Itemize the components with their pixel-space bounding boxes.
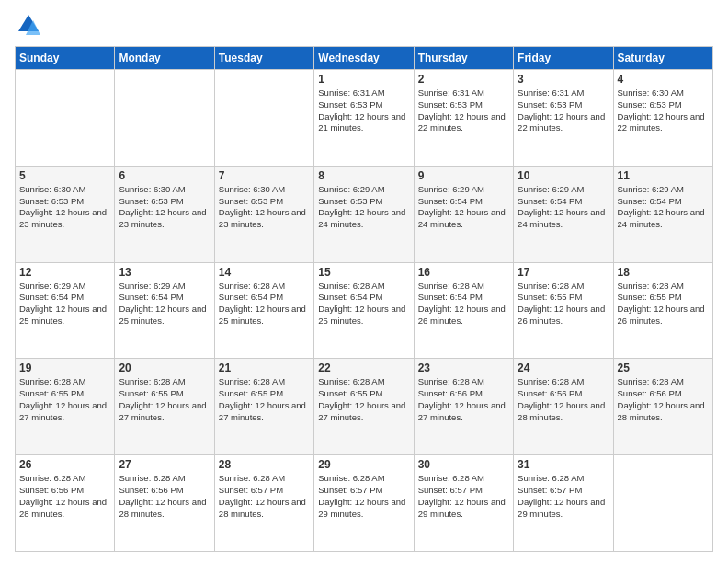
day-number: 27 bbox=[119, 458, 210, 471]
week-row-4: 19Sunrise: 6:28 AM Sunset: 6:55 PM Dayli… bbox=[16, 359, 713, 455]
day-cell: 4Sunrise: 6:30 AM Sunset: 6:53 PM Daylig… bbox=[613, 70, 712, 167]
day-number: 29 bbox=[318, 458, 409, 471]
week-row-5: 26Sunrise: 6:28 AM Sunset: 6:56 PM Dayli… bbox=[16, 455, 713, 552]
day-cell: 28Sunrise: 6:28 AM Sunset: 6:57 PM Dayli… bbox=[214, 455, 313, 552]
day-number: 4 bbox=[618, 73, 709, 86]
day-info: Sunrise: 6:28 AM Sunset: 6:57 PM Dayligh… bbox=[418, 473, 509, 520]
page: SundayMondayTuesdayWednesdayThursdayFrid… bbox=[0, 0, 728, 563]
day-cell bbox=[214, 70, 313, 167]
day-info: Sunrise: 6:29 AM Sunset: 6:54 PM Dayligh… bbox=[518, 184, 609, 231]
day-cell: 31Sunrise: 6:28 AM Sunset: 6:57 PM Dayli… bbox=[514, 455, 613, 552]
week-row-3: 12Sunrise: 6:29 AM Sunset: 6:54 PM Dayli… bbox=[16, 262, 713, 359]
day-cell: 26Sunrise: 6:28 AM Sunset: 6:56 PM Dayli… bbox=[16, 455, 115, 552]
day-cell: 18Sunrise: 6:28 AM Sunset: 6:55 PM Dayli… bbox=[613, 262, 712, 359]
day-number: 26 bbox=[19, 458, 110, 471]
day-cell: 25Sunrise: 6:28 AM Sunset: 6:56 PM Dayli… bbox=[613, 359, 712, 455]
day-number: 3 bbox=[518, 73, 609, 86]
day-info: Sunrise: 6:29 AM Sunset: 6:54 PM Dayligh… bbox=[19, 281, 110, 327]
day-cell: 14Sunrise: 6:28 AM Sunset: 6:54 PM Dayli… bbox=[214, 262, 313, 359]
day-cell: 11Sunrise: 6:29 AM Sunset: 6:54 PM Dayli… bbox=[613, 166, 712, 262]
day-cell: 17Sunrise: 6:28 AM Sunset: 6:55 PM Dayli… bbox=[514, 262, 613, 359]
day-number: 30 bbox=[418, 458, 509, 471]
day-number: 17 bbox=[518, 266, 609, 279]
day-cell: 2Sunrise: 6:31 AM Sunset: 6:53 PM Daylig… bbox=[414, 70, 513, 167]
day-number: 10 bbox=[518, 169, 609, 182]
day-info: Sunrise: 6:30 AM Sunset: 6:53 PM Dayligh… bbox=[19, 184, 110, 231]
day-info: Sunrise: 6:28 AM Sunset: 6:55 PM Dayligh… bbox=[19, 376, 110, 423]
day-info: Sunrise: 6:28 AM Sunset: 6:55 PM Dayligh… bbox=[318, 376, 409, 423]
day-cell: 22Sunrise: 6:28 AM Sunset: 6:55 PM Dayli… bbox=[314, 359, 414, 455]
day-info: Sunrise: 6:28 AM Sunset: 6:55 PM Dayligh… bbox=[219, 376, 310, 423]
day-header-tuesday: Tuesday bbox=[214, 47, 313, 70]
header bbox=[15, 11, 713, 39]
day-header-saturday: Saturday bbox=[613, 47, 712, 70]
day-info: Sunrise: 6:28 AM Sunset: 6:57 PM Dayligh… bbox=[219, 473, 310, 520]
day-cell: 29Sunrise: 6:28 AM Sunset: 6:57 PM Dayli… bbox=[314, 455, 414, 552]
day-number: 2 bbox=[418, 73, 509, 86]
day-cell: 12Sunrise: 6:29 AM Sunset: 6:54 PM Dayli… bbox=[16, 262, 115, 359]
day-number: 31 bbox=[518, 458, 609, 471]
day-cell: 9Sunrise: 6:29 AM Sunset: 6:54 PM Daylig… bbox=[414, 166, 513, 262]
day-number: 5 bbox=[19, 169, 110, 182]
day-number: 18 bbox=[618, 266, 709, 279]
day-info: Sunrise: 6:29 AM Sunset: 6:53 PM Dayligh… bbox=[318, 184, 409, 231]
day-cell bbox=[613, 455, 712, 552]
logo bbox=[15, 11, 46, 39]
days-header-row: SundayMondayTuesdayWednesdayThursdayFrid… bbox=[16, 47, 713, 70]
day-cell: 27Sunrise: 6:28 AM Sunset: 6:56 PM Dayli… bbox=[115, 455, 214, 552]
day-info: Sunrise: 6:28 AM Sunset: 6:56 PM Dayligh… bbox=[418, 376, 509, 423]
day-header-thursday: Thursday bbox=[414, 47, 513, 70]
logo-icon bbox=[15, 11, 42, 39]
day-number: 22 bbox=[318, 362, 409, 374]
day-cell: 24Sunrise: 6:28 AM Sunset: 6:56 PM Dayli… bbox=[514, 359, 613, 455]
day-header-monday: Monday bbox=[115, 47, 214, 70]
day-info: Sunrise: 6:28 AM Sunset: 6:55 PM Dayligh… bbox=[618, 281, 709, 327]
day-info: Sunrise: 6:28 AM Sunset: 6:56 PM Dayligh… bbox=[618, 376, 709, 423]
day-number: 24 bbox=[518, 362, 609, 374]
day-header-wednesday: Wednesday bbox=[314, 47, 414, 70]
day-info: Sunrise: 6:30 AM Sunset: 6:53 PM Dayligh… bbox=[119, 184, 210, 231]
day-cell: 15Sunrise: 6:28 AM Sunset: 6:54 PM Dayli… bbox=[314, 262, 414, 359]
day-number: 9 bbox=[418, 169, 509, 182]
day-header-sunday: Sunday bbox=[16, 47, 115, 70]
day-number: 1 bbox=[318, 73, 409, 86]
day-number: 16 bbox=[418, 266, 509, 279]
day-info: Sunrise: 6:31 AM Sunset: 6:53 PM Dayligh… bbox=[518, 87, 609, 134]
day-info: Sunrise: 6:28 AM Sunset: 6:56 PM Dayligh… bbox=[19, 473, 110, 520]
day-info: Sunrise: 6:28 AM Sunset: 6:56 PM Dayligh… bbox=[518, 376, 609, 423]
day-number: 25 bbox=[618, 362, 709, 374]
day-number: 8 bbox=[318, 169, 409, 182]
day-number: 11 bbox=[618, 169, 709, 182]
day-info: Sunrise: 6:30 AM Sunset: 6:53 PM Dayligh… bbox=[219, 184, 310, 231]
day-info: Sunrise: 6:28 AM Sunset: 6:56 PM Dayligh… bbox=[119, 473, 210, 520]
day-number: 28 bbox=[219, 458, 310, 471]
day-cell: 8Sunrise: 6:29 AM Sunset: 6:53 PM Daylig… bbox=[314, 166, 414, 262]
day-cell: 1Sunrise: 6:31 AM Sunset: 6:53 PM Daylig… bbox=[314, 70, 414, 167]
day-number: 20 bbox=[119, 362, 210, 374]
day-info: Sunrise: 6:28 AM Sunset: 6:55 PM Dayligh… bbox=[518, 281, 609, 327]
day-number: 15 bbox=[318, 266, 409, 279]
day-info: Sunrise: 6:29 AM Sunset: 6:54 PM Dayligh… bbox=[418, 184, 509, 231]
day-cell: 19Sunrise: 6:28 AM Sunset: 6:55 PM Dayli… bbox=[16, 359, 115, 455]
day-info: Sunrise: 6:28 AM Sunset: 6:55 PM Dayligh… bbox=[119, 376, 210, 423]
day-info: Sunrise: 6:28 AM Sunset: 6:54 PM Dayligh… bbox=[318, 281, 409, 327]
week-row-1: 1Sunrise: 6:31 AM Sunset: 6:53 PM Daylig… bbox=[16, 70, 713, 167]
calendar-table: SundayMondayTuesdayWednesdayThursdayFrid… bbox=[15, 46, 713, 552]
day-info: Sunrise: 6:30 AM Sunset: 6:53 PM Dayligh… bbox=[618, 87, 709, 134]
day-cell: 5Sunrise: 6:30 AM Sunset: 6:53 PM Daylig… bbox=[16, 166, 115, 262]
day-cell: 7Sunrise: 6:30 AM Sunset: 6:53 PM Daylig… bbox=[214, 166, 313, 262]
day-number: 7 bbox=[219, 169, 310, 182]
day-number: 12 bbox=[19, 266, 110, 279]
day-cell: 21Sunrise: 6:28 AM Sunset: 6:55 PM Dayli… bbox=[214, 359, 313, 455]
day-cell: 10Sunrise: 6:29 AM Sunset: 6:54 PM Dayli… bbox=[514, 166, 613, 262]
day-info: Sunrise: 6:29 AM Sunset: 6:54 PM Dayligh… bbox=[119, 281, 210, 327]
day-info: Sunrise: 6:28 AM Sunset: 6:54 PM Dayligh… bbox=[418, 281, 509, 327]
day-cell: 6Sunrise: 6:30 AM Sunset: 6:53 PM Daylig… bbox=[115, 166, 214, 262]
week-row-2: 5Sunrise: 6:30 AM Sunset: 6:53 PM Daylig… bbox=[16, 166, 713, 262]
day-info: Sunrise: 6:31 AM Sunset: 6:53 PM Dayligh… bbox=[318, 87, 409, 134]
day-cell bbox=[115, 70, 214, 167]
day-info: Sunrise: 6:28 AM Sunset: 6:57 PM Dayligh… bbox=[518, 473, 609, 520]
day-number: 14 bbox=[219, 266, 310, 279]
day-info: Sunrise: 6:29 AM Sunset: 6:54 PM Dayligh… bbox=[618, 184, 709, 231]
day-number: 13 bbox=[119, 266, 210, 279]
